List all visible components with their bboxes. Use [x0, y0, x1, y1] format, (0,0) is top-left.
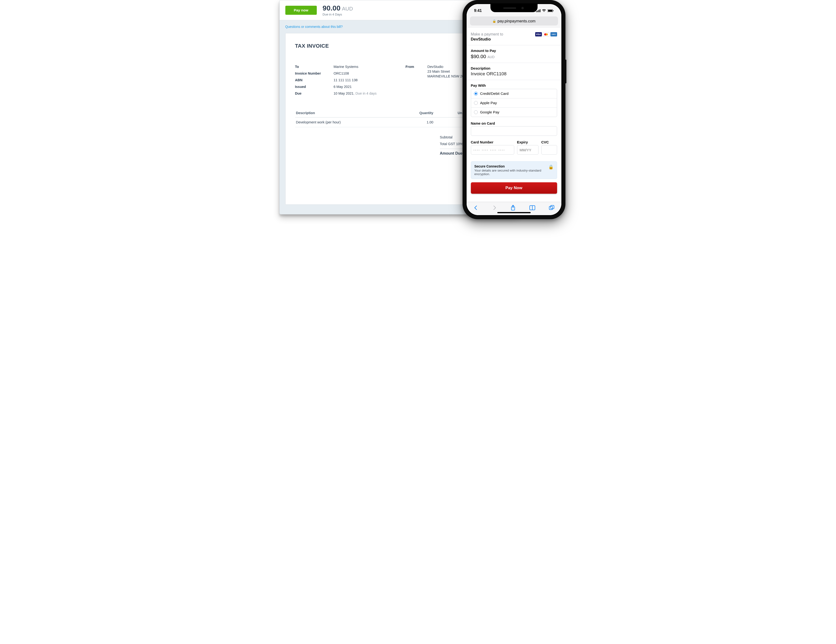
label-due: Due — [295, 92, 331, 95]
subtotal-label: Subtotal — [440, 135, 452, 139]
description-label: Description — [471, 66, 557, 70]
value-abn: 11 111 111 138 — [334, 78, 358, 82]
card-number-input[interactable] — [471, 145, 514, 155]
name-on-card-label: Name on Card — [471, 121, 557, 125]
svg-rect-6 — [553, 10, 554, 11]
name-on-card-input[interactable] — [471, 126, 557, 136]
address-field[interactable]: 🔒 pay.pinpayments.com — [470, 16, 558, 26]
cvc-label: CVC — [541, 140, 557, 144]
card-number-label: Card Number — [471, 140, 514, 144]
col-description: Description — [295, 109, 403, 118]
svg-rect-0 — [536, 11, 537, 12]
from-line1: 23 Main Street — [428, 70, 468, 74]
label-invoice-number: Invoice Number — [295, 72, 331, 75]
amex-icon: AMEX — [550, 32, 557, 36]
value-due-suffix: , Due in 4 days — [353, 92, 377, 95]
card-brands: VISA AMEX — [535, 32, 557, 36]
pay-now-submit-button[interactable]: Pay Now — [471, 182, 557, 194]
pay-now-button[interactable]: Pay now — [285, 6, 317, 15]
value-due: 10 May 2021 — [334, 92, 354, 95]
pay-option-google[interactable]: Google Pay — [471, 108, 557, 117]
radio-selected-icon — [474, 92, 478, 96]
merchant-label: Make a payment to — [471, 32, 503, 36]
svg-rect-3 — [540, 9, 540, 12]
expiry-input[interactable] — [517, 145, 539, 155]
amount-due-label: Amount Due — [440, 151, 462, 155]
cell-description: Development work (per hour) — [295, 118, 403, 127]
from-name: DevStudio — [428, 65, 468, 69]
gst-total-label: Total GST 10% — [440, 142, 463, 146]
home-indicator[interactable] — [497, 212, 531, 213]
amount-due-note: Due in 4 Days — [322, 13, 353, 16]
amount-to-pay-value: $90.00 — [471, 54, 486, 59]
amount-value: 90.00 — [322, 4, 340, 12]
svg-rect-2 — [539, 10, 539, 12]
amount-to-pay-label: Amount to Pay — [471, 49, 557, 53]
back-button[interactable] — [473, 205, 478, 211]
amount-currency: AUD — [342, 6, 353, 12]
wifi-icon — [542, 9, 546, 12]
from-line2: MARINEVILLE NSW 2000 — [428, 74, 468, 78]
phone-notch — [490, 4, 537, 12]
lock-icon: 🔒 — [548, 164, 554, 170]
questions-link[interactable]: Questions or comments about this bill? — [285, 25, 343, 29]
value-invoice-number: ORC1108 — [334, 72, 349, 75]
merchant-name: DevStudio — [471, 37, 503, 42]
col-quantity: Quantity — [403, 109, 434, 118]
mastercard-icon — [543, 32, 549, 36]
cell-quantity: 1.00 — [403, 118, 434, 127]
label-abn: ABN — [295, 78, 331, 82]
battery-icon — [547, 9, 554, 12]
secure-title: Secure Connection — [474, 164, 545, 168]
share-button[interactable] — [510, 205, 516, 212]
pay-option-apple-label: Apple Pay — [480, 101, 497, 105]
label-from: From — [406, 65, 425, 78]
status-time: 9:41 — [474, 8, 482, 13]
pay-with-group: Credit/Debit Card Apple Pay Google Pay — [471, 89, 557, 117]
value-issued: 6 May 2021 — [334, 85, 352, 88]
value-to: Marine Systems — [334, 65, 358, 69]
forward-button[interactable] — [492, 205, 497, 211]
address-bar: 🔒 pay.pinpayments.com — [467, 15, 562, 28]
visa-icon: VISA — [535, 32, 542, 36]
label-to: To — [295, 65, 331, 69]
pay-option-card-label: Credit/Debit Card — [480, 92, 509, 96]
tabs-button[interactable] — [549, 205, 555, 212]
secure-banner: Secure Connection Your details are secur… — [471, 161, 557, 179]
secure-body: Your details are secured with industry-s… — [474, 169, 545, 176]
payment-page: Make a payment to DevStudio VISA AMEX Am… — [467, 28, 562, 202]
pay-option-card[interactable]: Credit/Debit Card — [471, 89, 557, 98]
expiry-label: Expiry — [517, 140, 539, 144]
label-issued: Issued — [295, 85, 331, 88]
description-value: Invoice ORC1108 — [471, 71, 557, 77]
amount-to-pay-currency: AUD — [488, 55, 495, 59]
lock-icon: 🔒 — [492, 19, 496, 23]
cvc-input[interactable] — [541, 145, 557, 155]
amount-summary: 90.00 AUD Due in 4 Days — [322, 4, 353, 16]
svg-rect-1 — [537, 10, 538, 12]
pay-with-label: Pay With — [471, 83, 557, 87]
pay-option-google-label: Google Pay — [480, 110, 500, 114]
pay-option-apple[interactable]: Apple Pay — [471, 98, 557, 108]
phone-device: 9:41 🔒 pay.pinpayments.com — [462, 0, 565, 219]
radio-icon — [474, 110, 478, 114]
bookmarks-button[interactable] — [529, 205, 536, 211]
url-host: pay.pinpayments.com — [498, 19, 536, 23]
svg-rect-5 — [548, 10, 552, 11]
radio-icon — [474, 101, 478, 105]
